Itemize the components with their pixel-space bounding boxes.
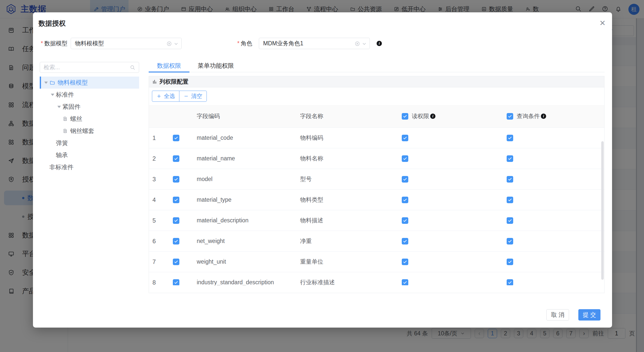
row-index: 5 [149,210,169,231]
submit-button[interactable]: 提 交 [578,309,600,321]
field-code-cell: material_code [193,128,297,148]
required-asterisk: * [41,40,43,47]
query-condition-cell [502,231,604,251]
row-index: 1 [149,128,169,148]
row-checkbox[interactable] [173,197,179,203]
query-condition-header-checkbox[interactable] [507,113,513,120]
chevron-down-icon[interactable] [174,41,179,46]
row-select-cell [169,169,193,189]
tree-node-label: 标准件 [56,91,74,99]
field-name-cell: 物料编码 [297,128,397,148]
table-row: 8industry_standard_description行业标准描述 [149,272,604,285]
read-permission-cell [397,210,502,231]
row-checkbox[interactable] [173,238,179,244]
tree-search-input[interactable]: 检索... [40,62,139,73]
data-authorization-dialog: 数据授权 ✕ * 数据模型 物料根模型 * 角色 MDM业务角色1 [33,12,612,328]
row-index: 3 [149,169,169,189]
row-index: 8 [149,272,169,285]
close-icon[interactable]: ✕ [597,17,608,28]
tree-node-label: 非标准件 [49,163,73,171]
field-code-cell: industry_standard_description [193,272,297,285]
tree-node-钢丝螺套[interactable]: 钢丝螺套 [40,125,139,137]
caret-down-icon[interactable] [56,106,62,108]
row-select-cell [169,231,193,251]
row-checkbox[interactable] [173,259,179,265]
tree-node-螺丝[interactable]: 螺丝 [40,113,139,125]
row-checkbox[interactable] [173,155,179,162]
data-model-select[interactable]: 物料根模型 [71,38,182,49]
table-toolbar: 全选 清空 [149,87,604,105]
read-permission-cell [397,272,502,285]
read-permission-checkbox[interactable] [402,135,408,141]
clear-all-button[interactable]: 清空 [179,91,207,102]
caret-down-icon[interactable] [43,82,49,84]
role-select[interactable]: MDM业务角色1 [259,38,370,49]
tab-data-permission[interactable]: 数据权限 [149,59,189,72]
model-tree: 物料根模型标准件紧固件螺丝钢丝螺套弹簧轴承非标准件 [40,77,139,173]
query-condition-checkbox[interactable] [507,279,513,286]
chevron-down-icon[interactable] [362,41,367,46]
query-condition-checkbox[interactable] [507,135,513,141]
read-permission-checkbox[interactable] [402,197,408,203]
query-condition-checkbox[interactable] [507,217,513,224]
table-scrollbar-thumb[interactable] [601,141,604,280]
clear-icon[interactable] [167,41,172,46]
tab-menu-function-permission[interactable]: 菜单功能权限 [189,59,242,72]
dialog-title: 数据授权 [38,19,66,28]
tree-node-弹簧[interactable]: 弹簧 [40,137,139,149]
tab-bar: 数据权限 菜单功能权限 [149,59,605,72]
tree-node-非标准件[interactable]: 非标准件 [40,161,139,173]
row-checkbox[interactable] [173,279,179,286]
query-condition-checkbox[interactable] [507,238,513,244]
row-checkbox[interactable] [173,217,179,224]
permission-table: 字段编码 字段名称 读权限i 查询条件i [149,105,604,285]
header-read-permission: 读权限i [397,105,502,127]
row-index: 6 [149,231,169,251]
cancel-button[interactable]: 取 消 [546,309,569,321]
tree-node-标准件[interactable]: 标准件 [40,89,139,101]
read-permission-header-checkbox[interactable] [402,113,408,120]
read-permission-checkbox[interactable] [402,279,408,286]
read-permission-checkbox[interactable] [402,155,408,162]
header-field-name: 字段名称 [297,105,397,127]
data-model-value: 物料根模型 [75,40,104,47]
caret-down-icon[interactable] [49,94,56,96]
read-permission-info-icon[interactable]: i [430,114,435,119]
query-condition-checkbox[interactable] [507,259,513,265]
tree-node-物料根模型[interactable]: 物料根模型 [40,77,139,89]
row-index: 2 [149,148,169,169]
tree-node-紧固件[interactable]: 紧固件 [40,101,139,113]
table-header-row: 字段编码 字段名称 读权限i 查询条件i [149,105,604,128]
tree-node-label: 弹簧 [56,139,68,147]
required-asterisk: * [237,40,239,47]
read-permission-checkbox[interactable] [402,238,408,244]
read-permission-checkbox[interactable] [402,176,408,183]
tree-search-placeholder: 检索... [44,63,60,71]
tree-node-label: 物料根模型 [58,79,88,87]
query-condition-info-icon[interactable]: i [541,114,546,119]
tree-node-轴承[interactable]: 轴承 [40,149,139,161]
read-permission-cell [397,231,502,251]
query-condition-checkbox[interactable] [507,155,513,162]
row-checkbox[interactable] [173,135,179,141]
header-field-code: 字段编码 [193,105,297,127]
read-permission-checkbox[interactable] [402,217,408,224]
query-condition-checkbox[interactable] [507,197,513,203]
query-condition-checkbox[interactable] [507,176,513,183]
table-row: 1material_code物料编码 [149,128,604,148]
search-icon[interactable] [130,65,135,70]
select-all-button[interactable]: 全选 [152,91,179,102]
row-index: 7 [149,252,169,272]
query-condition-cell [502,252,604,272]
field-name-cell: 行业标准描述 [297,272,397,285]
query-condition-cell [502,210,604,231]
clear-icon[interactable] [355,41,360,46]
read-permission-cell [397,148,502,169]
read-permission-cell [397,190,502,210]
query-condition-cell [502,169,604,189]
read-permission-checkbox[interactable] [402,259,408,265]
role-info-icon[interactable]: i [377,41,382,46]
table-row: 3model型号 [149,169,604,190]
field-code-cell: model [193,169,297,189]
row-checkbox[interactable] [173,176,179,183]
